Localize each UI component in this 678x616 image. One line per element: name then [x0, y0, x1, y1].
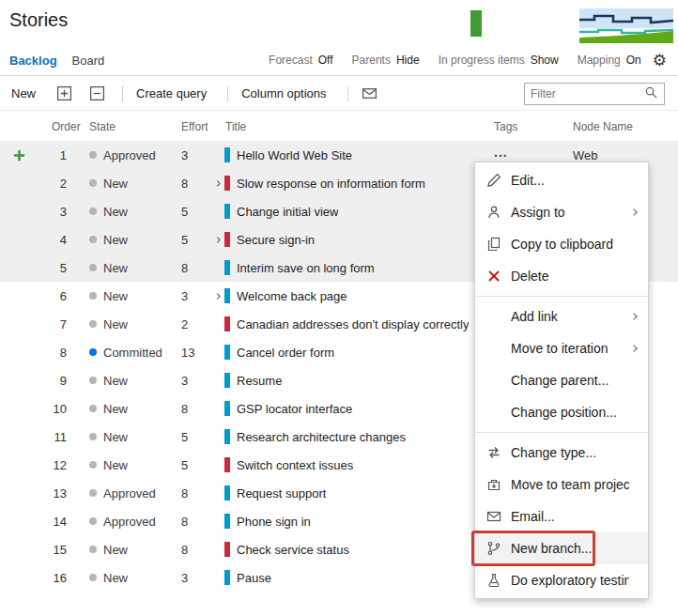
view-option-forecast[interactable]: ForecastOff — [269, 54, 332, 67]
state-label: New — [103, 261, 128, 275]
submenu-slot — [629, 575, 640, 586]
effort-cell: 5 — [174, 233, 211, 247]
filter-input[interactable] — [525, 85, 644, 102]
view-option-parents[interactable]: ParentsHide — [352, 54, 420, 67]
effort-cell: 8 — [174, 486, 211, 500]
state-dot — [89, 489, 97, 497]
story-type-bar — [224, 485, 230, 500]
work-item-title: GSP locator interface — [237, 402, 352, 416]
menu-item-label: Move to team project... — [511, 477, 629, 492]
work-item-title: Interim save on long form — [237, 261, 375, 275]
view-option-value: Show — [531, 54, 559, 67]
menu-separator — [475, 432, 648, 433]
menu-item-change-position[interactable]: Change position... — [475, 396, 648, 428]
order-cell: 16 — [38, 571, 80, 585]
story-type-bar — [224, 288, 230, 303]
order-cell: 5 — [38, 261, 80, 275]
new-button[interactable]: New — [11, 86, 36, 100]
filter-box — [524, 83, 665, 105]
title-cell: Interim save on long form — [211, 260, 486, 275]
email-icon[interactable] — [362, 85, 378, 101]
state-label: New — [103, 374, 128, 388]
view-option-label: Forecast — [269, 54, 313, 67]
order-cell: 9 — [38, 374, 80, 388]
menu-item-assign-to[interactable]: Assign to — [475, 196, 648, 228]
move-project-icon — [486, 477, 501, 492]
velocity-mini-chart[interactable] — [464, 6, 488, 39]
state-label: New — [103, 430, 128, 444]
tab-backlog[interactable]: Backlog — [9, 54, 57, 68]
settings-gear-icon[interactable]: ⚙ — [653, 53, 667, 69]
column-header-node-name[interactable]: Node Name — [562, 120, 678, 133]
state-label: New — [103, 458, 128, 472]
menu-item-new-branch[interactable]: New branch... — [475, 532, 648, 564]
effort-cell: 3 — [174, 374, 211, 388]
order-cell: 15 — [38, 543, 80, 557]
submenu-slot — [629, 239, 640, 250]
menu-separator — [475, 296, 648, 297]
work-item-title: Slow response on information form — [237, 177, 425, 191]
column-header-tags[interactable]: Tags — [486, 120, 562, 133]
title-cell: Phone sign in — [211, 514, 486, 529]
submenu-chevron-icon — [629, 343, 640, 354]
menu-item-label: Edit... — [511, 173, 629, 188]
expand-chevron-icon[interactable] — [211, 236, 224, 244]
bug-type-bar — [224, 176, 230, 191]
menu-item-do-exploratory-testing[interactable]: Do exploratory testing — [475, 564, 648, 596]
column-header-title[interactable]: Title — [211, 120, 486, 133]
menu-item-edit[interactable]: Edit... — [475, 164, 648, 196]
column-header-state[interactable]: State — [80, 120, 174, 133]
menu-item-change-parent[interactable]: Change parent... — [475, 364, 648, 396]
effort-cell: 3 — [174, 148, 211, 162]
view-option-mapping[interactable]: MappingOn — [578, 54, 641, 67]
state-cell: New — [80, 317, 174, 331]
effort-cell: 3 — [174, 571, 211, 585]
effort-cell: 8 — [174, 402, 211, 416]
menu-item-delete[interactable]: Delete — [475, 260, 648, 292]
state-cell: Approved — [80, 486, 174, 500]
column-header-effort[interactable]: Effort — [174, 120, 211, 133]
create-query-button[interactable]: Create query — [136, 86, 207, 100]
state-label: New — [103, 289, 128, 303]
state-cell: New — [80, 458, 174, 472]
state-label: New — [103, 571, 128, 585]
state-dot — [89, 292, 97, 300]
expand-all-icon[interactable] — [56, 85, 72, 101]
menu-item-label: Assign to — [511, 205, 629, 220]
menu-icon-slot — [486, 309, 501, 324]
more-actions-icon[interactable]: ... — [494, 145, 508, 160]
menu-item-label: Copy to clipboard — [511, 237, 629, 252]
column-options-button[interactable]: Column options — [241, 86, 326, 100]
collapse-all-icon[interactable] — [89, 85, 105, 101]
state-label: New — [103, 177, 128, 191]
menu-item-add-link[interactable]: Add link — [475, 300, 648, 332]
add-item-icon[interactable] — [12, 148, 26, 162]
submenu-slot — [629, 175, 640, 186]
story-type-bar — [224, 514, 230, 529]
title-cell: Request support — [211, 485, 486, 500]
menu-item-copy-to-clipboard[interactable]: Copy to clipboard — [475, 228, 648, 260]
menu-item-move-to-iteration[interactable]: Move to iteration — [475, 332, 648, 364]
context-menu: Edit...Assign toCopy to clipboardDeleteA… — [474, 162, 649, 599]
state-cell: New — [80, 177, 174, 191]
menu-item-email[interactable]: Email... — [475, 500, 648, 532]
order-cell: 1 — [38, 148, 80, 162]
copy-icon — [486, 237, 501, 252]
cumulative-flow-mini-chart[interactable] — [579, 4, 673, 43]
search-icon[interactable] — [644, 85, 661, 102]
menu-item-move-to-team-project[interactable]: Move to team project... — [475, 469, 648, 500]
state-cell: New — [80, 571, 174, 585]
menu-item-label: New branch... — [511, 541, 629, 556]
expand-chevron-icon[interactable] — [211, 179, 224, 188]
column-header-order[interactable]: Order — [38, 120, 80, 133]
order-cell: 11 — [38, 430, 80, 444]
effort-cell: 2 — [174, 317, 211, 331]
effort-cell: 5 — [174, 205, 211, 219]
effort-cell: 8 — [174, 261, 211, 275]
order-cell: 3 — [38, 205, 80, 219]
view-option-in-progress-items[interactable]: In progress itemsShow — [439, 54, 559, 67]
state-dot — [89, 461, 97, 469]
expand-chevron-icon[interactable] — [211, 292, 224, 300]
menu-item-change-type[interactable]: Change type... — [475, 437, 648, 469]
tab-board[interactable]: Board — [72, 54, 105, 68]
